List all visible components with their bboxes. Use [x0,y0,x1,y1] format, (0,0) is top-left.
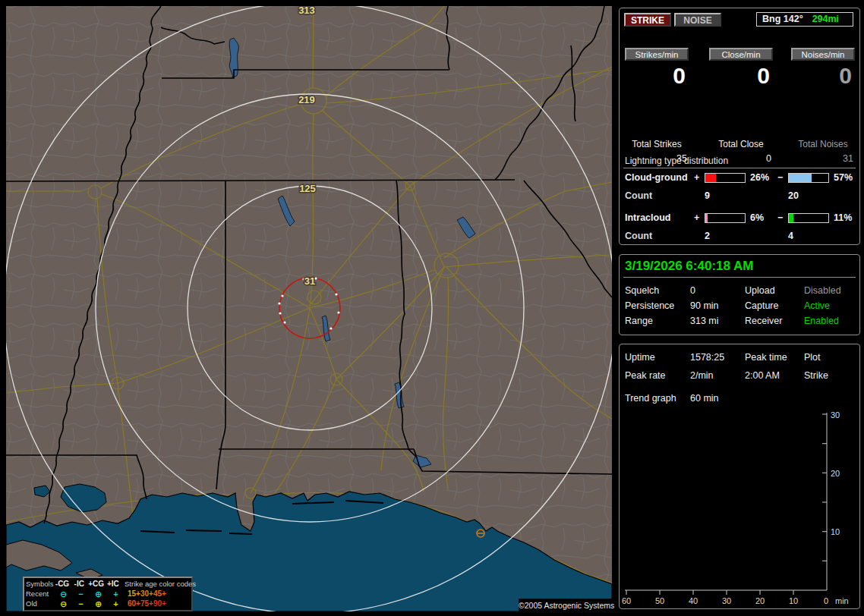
close-per-min-value: 0 [709,63,773,89]
x-tick-20: 20 [755,596,765,605]
noises-counter: Noises/min 0 Total Noises 31 [791,48,855,89]
cg-plus-count: 9 [705,190,710,201]
legend-symbols-header: Symbols [26,580,54,588]
uptime-label: Uptime [625,352,655,363]
copyright-notice: ©2005 Astrogenic Systems [519,599,613,612]
ring-label-31: 31 [304,275,315,287]
divider [623,168,856,168]
capture-label: Capture [745,300,778,311]
count-label: Count [625,190,652,201]
plus-sign: + [694,172,699,183]
status-panel: 3/19/2026 6:40:18 AM Squelch 0 Upload Di… [619,254,860,335]
legend-age-header: Strike age color codes [125,580,190,588]
old-ic-plus-icon: + [107,599,125,608]
receiver-label: Receiver [745,316,782,326]
receiver-status: Enabled [804,316,839,326]
recent-cg-minus-icon: ⊖ [55,589,72,599]
age-60: 60+ [128,599,140,608]
y-tick-20: 20 [831,469,840,478]
bearing-label: Bng 142° [762,14,803,24]
ring-label-219: 219 [298,94,315,105]
ic-minus-pct: 11% [834,212,852,223]
bearing-distance: 294mi [812,14,839,24]
total-noises-label: Total Noises [791,139,855,149]
strike-mode-button[interactable]: STRIKE [624,13,671,27]
y-tick-10: 10 [831,527,840,536]
range-label: Range [625,316,653,326]
old-cg-minus-icon: ⊖ [55,599,72,608]
cg-plus-bar [705,173,746,183]
squelch-value: 0 [690,285,695,296]
x-tick-30: 30 [722,596,731,605]
minus-sign: − [777,172,783,183]
capture-status: Active [804,300,830,311]
upload-status: Disabled [804,285,841,296]
map-canvas: 313 219 125 31 [6,6,612,611]
close-counter: Close/min 0 Total Close 0 [709,48,773,89]
uptime-value: 1578:25 [690,352,724,363]
minus-sign: − [777,212,783,223]
age-30: 30+ [140,589,153,598]
upload-label: Upload [745,285,775,296]
strikes-per-min-button[interactable]: Strikes/min [625,48,689,61]
ring-label-125: 125 [299,183,316,194]
ic-plus-pct: 6% [750,212,764,223]
recent-ic-minus-icon: − [72,589,90,599]
plot-label: Plot [804,352,821,363]
x-tick-0: 0 [824,596,828,605]
cloud-ground-row: Cloud-ground + 26% − 57% [620,172,859,183]
y-tick-30: 30 [831,410,840,420]
squelch-label: Squelch [625,285,659,296]
total-close-label: Total Close [709,139,773,149]
legend-col-cg-plus: +CG [87,580,104,588]
legend-header-row: Symbols -CG -IC +CG +IC Strike age color… [26,579,190,589]
recent-cg-plus-icon: ⊕ [90,589,107,599]
datetime-display: 3/19/2026 6:40:18 AM [625,259,753,274]
strike-symbol-legend: Symbols -CG -IC +CG +IC Strike age color… [23,577,193,611]
ic-minus-bar [788,213,829,223]
plot-mode-value: Strike [804,370,828,381]
cg-minus-bar [788,173,829,183]
age-45: 45+ [153,589,166,598]
count-label: Count [625,231,652,241]
old-cg-plus-icon: ⊕ [90,599,107,608]
trend-graph-value: 60 min [690,393,719,404]
cg-minus-pct: 57% [834,172,853,183]
bearing-readout: Bng 142°294mi [756,12,853,27]
peak-time-value: 2:00 AM [745,370,780,381]
lightning-map[interactable]: 313 219 125 31 [6,6,612,611]
legend-col-cg-minus: -CG [54,580,71,588]
x-axis-unit: min [835,596,849,605]
cloud-ground-label: Cloud-ground [625,172,688,183]
noises-per-min-value: 0 [791,63,855,89]
age-90: 90+ [153,599,166,608]
intracloud-row: Intracloud + 6% − 11% [620,212,859,223]
intracloud-label: Intracloud [625,212,670,223]
counters-panel: STRIKE NOISE Bng 142°294mi Strikes/min 0… [619,8,860,245]
peak-time-label: Peak time [745,352,787,363]
total-noises-value: 31 [791,153,855,164]
age-75: 75+ [140,599,153,608]
cg-plus-pct: 26% [750,172,769,183]
legend-recent-label: Recent [26,589,55,598]
close-per-min-button[interactable]: Close/min [709,48,773,61]
trend-chart: 30 20 10 60 50 40 30 20 10 0 min [620,409,861,606]
noises-per-min-button[interactable]: Noises/min [791,48,855,61]
x-tick-60: 60 [622,596,631,605]
peak-rate-label: Peak rate [625,370,666,381]
plus-sign: + [694,212,699,223]
ic-plus-count: 2 [705,231,710,241]
trend-graph-label: Trend graph [625,393,676,404]
x-tick-40: 40 [689,596,698,605]
strikes-counter: Strikes/min 0 Total Strikes 35 [625,48,689,89]
noise-mode-button[interactable]: NOISE [674,13,721,27]
old-ic-minus-icon: − [72,599,90,608]
age-15: 15+ [128,589,140,598]
strikes-per-min-value: 0 [625,63,689,89]
ic-minus-count: 4 [788,231,793,241]
range-value: 313 mi [690,316,719,326]
stats-trend-panel: Uptime 1578:25 Peak time Plot Peak rate … [619,344,860,609]
legend-old-label: Old [26,599,55,608]
legend-col-ic-plus: +IC [105,580,121,588]
cg-minus-count: 20 [788,190,799,201]
